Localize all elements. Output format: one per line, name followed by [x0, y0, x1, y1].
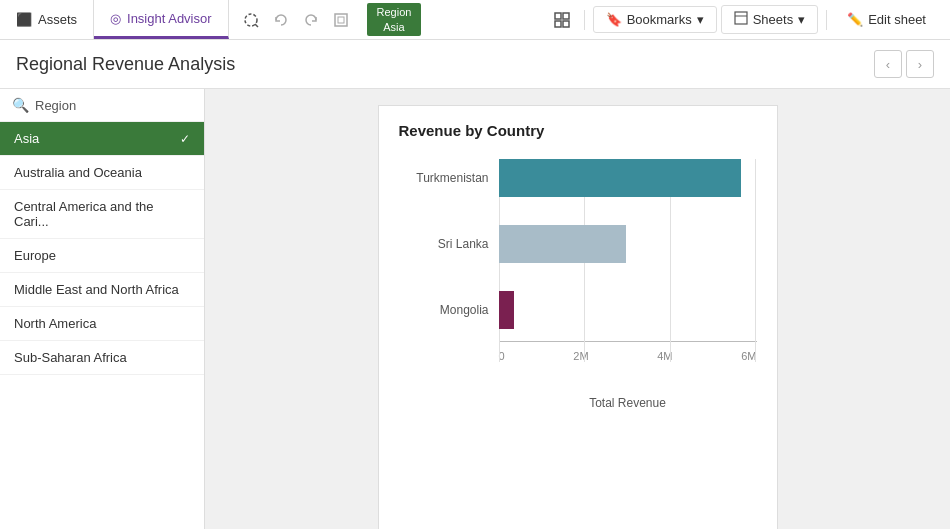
list-item-sub-saharan[interactable]: Sub-Saharan Africa: [0, 341, 204, 375]
list-item-central-america[interactable]: Central America and the Cari...: [0, 190, 204, 239]
list-item-label: Europe: [14, 248, 56, 263]
next-page-button[interactable]: ›: [906, 50, 934, 78]
nav-right-controls: 🔖 Bookmarks ▾ Sheets ▾ ✏️ Edit sheet: [536, 5, 950, 34]
check-icon: ✓: [180, 132, 190, 146]
svg-rect-8: [735, 12, 747, 24]
top-navigation: ⬛ Assets ◎ Insight Advisor: [0, 0, 950, 40]
bar-mongolia: [499, 291, 515, 329]
bookmarks-chevron-icon: ▾: [697, 12, 704, 27]
svg-rect-2: [335, 14, 347, 26]
svg-rect-5: [563, 13, 569, 19]
redo-icon[interactable]: [297, 6, 325, 34]
x-tick-4m: 4M: [657, 350, 672, 362]
list-item-label: Australia and Oceania: [14, 165, 142, 180]
page-header: Regional Revenue Analysis ‹ ›: [0, 40, 950, 89]
page-navigation-arrows: ‹ ›: [874, 50, 934, 78]
x-axis-label: Total Revenue: [399, 396, 757, 410]
bookmarks-button[interactable]: 🔖 Bookmarks ▾: [593, 6, 717, 33]
list-item-north-america[interactable]: North America: [0, 307, 204, 341]
list-item-label: Sub-Saharan Africa: [14, 350, 127, 365]
svg-rect-3: [338, 17, 344, 23]
insight-label: Insight Advisor: [127, 11, 212, 26]
x-tick-6m: 6M: [741, 350, 756, 362]
region-filter-pill[interactable]: Region Asia: [367, 3, 422, 36]
x-tick-2m: 2M: [573, 350, 588, 362]
svg-rect-4: [555, 13, 561, 19]
sidebar: 🔍 Asia ✓ Australia and Oceania Central A…: [0, 89, 205, 529]
svg-line-1: [255, 24, 258, 27]
list-item-australia[interactable]: Australia and Oceania: [0, 156, 204, 190]
page-title: Regional Revenue Analysis: [16, 54, 235, 75]
assets-tab[interactable]: ⬛ Assets: [0, 0, 94, 39]
grid-view-icon[interactable]: [548, 6, 576, 34]
list-item-asia[interactable]: Asia ✓: [0, 122, 204, 156]
chart-container: Revenue by Country Turkmenistan Sri: [378, 105, 778, 529]
sheets-chevron-icon: ▾: [798, 12, 805, 27]
prev-page-button[interactable]: ‹: [874, 50, 902, 78]
lasso-icon[interactable]: [237, 6, 265, 34]
snapshot-icon[interactable]: [327, 6, 355, 34]
insight-icon: ◎: [110, 11, 121, 26]
undo-icon[interactable]: [267, 6, 295, 34]
sheets-icon: [734, 11, 748, 28]
sheets-button[interactable]: Sheets ▾: [721, 5, 818, 34]
chart-area: Revenue by Country Turkmenistan Sri: [205, 89, 950, 529]
toolbar-icons: [229, 6, 363, 34]
list-item-europe[interactable]: Europe: [0, 239, 204, 273]
bar-label-mongolia: Mongolia: [399, 303, 499, 317]
assets-icon: ⬛: [16, 12, 32, 27]
search-input[interactable]: [35, 98, 192, 113]
list-item-label: North America: [14, 316, 96, 331]
bar-label-srilanka: Sri Lanka: [399, 237, 499, 251]
insight-advisor-tab[interactable]: ◎ Insight Advisor: [94, 0, 229, 39]
bar-srilanka: [499, 225, 626, 263]
edit-icon: ✏️: [847, 12, 863, 27]
search-box[interactable]: 🔍: [0, 89, 204, 122]
x-tick-0: 0: [499, 350, 505, 362]
list-item-label: Middle East and North Africa: [14, 282, 179, 297]
bar-label-turkmenistan: Turkmenistan: [399, 171, 499, 185]
chart-title: Revenue by Country: [399, 122, 757, 139]
list-item-middle-east[interactable]: Middle East and North Africa: [0, 273, 204, 307]
list-item-label: Asia: [14, 131, 39, 146]
assets-label: Assets: [38, 12, 77, 27]
svg-rect-7: [563, 21, 569, 27]
svg-rect-6: [555, 21, 561, 27]
main-content: 🔍 Asia ✓ Australia and Oceania Central A…: [0, 89, 950, 529]
edit-sheet-button[interactable]: ✏️ Edit sheet: [835, 7, 938, 32]
bar-turkmenistan: [499, 159, 741, 197]
list-item-label: Central America and the Cari...: [14, 199, 190, 229]
bookmark-icon: 🔖: [606, 12, 622, 27]
search-icon: 🔍: [12, 97, 29, 113]
